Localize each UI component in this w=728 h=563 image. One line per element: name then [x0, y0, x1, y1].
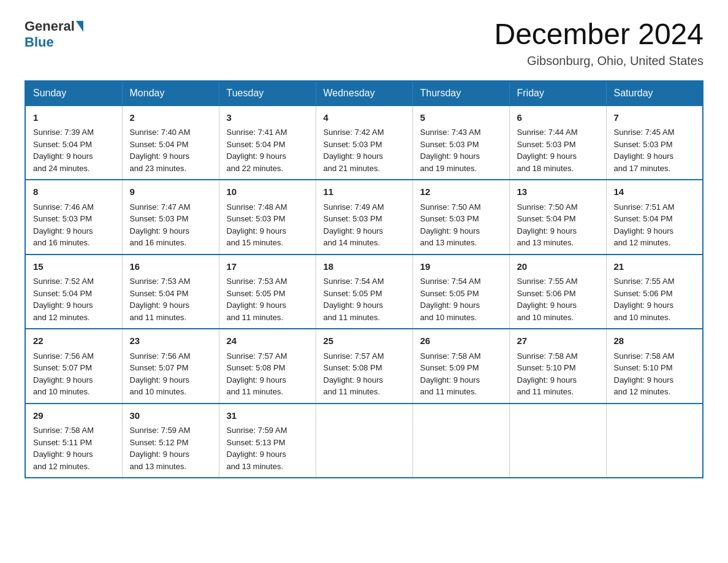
daylight-minutes: and 17 minutes. — [614, 163, 696, 175]
sunrise-info: Sunrise: 7:53 AM — [130, 275, 211, 288]
calendar-cell: 4 Sunrise: 7:42 AM Sunset: 5:03 PM Dayli… — [316, 105, 412, 180]
day-number: 13 — [517, 185, 599, 199]
sunset-info: Sunset: 5:07 PM — [33, 362, 115, 374]
sunset-info: Sunset: 5:04 PM — [130, 288, 211, 300]
daylight-info: Daylight: 9 hours — [324, 150, 405, 163]
daylight-minutes: and 12 minutes. — [33, 312, 115, 324]
sunrise-info: Sunrise: 7:40 AM — [130, 126, 211, 139]
calendar-week-row: 8 Sunrise: 7:46 AM Sunset: 5:03 PM Dayli… — [25, 180, 703, 255]
page-title: December 2024 — [494, 18, 703, 51]
daylight-info: Daylight: 9 hours — [517, 299, 599, 312]
day-number: 16 — [130, 260, 211, 274]
daylight-minutes: and 11 minutes. — [130, 312, 211, 324]
sunrise-info: Sunrise: 7:58 AM — [33, 424, 115, 437]
daylight-info: Daylight: 9 hours — [130, 150, 211, 163]
sunset-info: Sunset: 5:07 PM — [130, 362, 211, 374]
sunrise-info: Sunrise: 7:49 AM — [324, 201, 405, 213]
day-number: 11 — [324, 185, 405, 199]
daylight-info: Daylight: 9 hours — [227, 299, 308, 312]
daylight-minutes: and 14 minutes. — [324, 237, 405, 249]
day-number: 19 — [420, 260, 502, 274]
sunset-info: Sunset: 5:04 PM — [33, 139, 115, 151]
sunset-info: Sunset: 5:03 PM — [324, 213, 405, 225]
daylight-minutes: and 11 minutes. — [420, 386, 502, 398]
daylight-minutes: and 13 minutes. — [227, 461, 308, 473]
daylight-info: Daylight: 9 hours — [614, 374, 696, 386]
sunrise-info: Sunrise: 7:56 AM — [130, 350, 211, 362]
calendar-cell: 14 Sunrise: 7:51 AM Sunset: 5:04 PM Dayl… — [606, 180, 703, 255]
day-number: 15 — [33, 260, 115, 274]
sunrise-info: Sunrise: 7:55 AM — [517, 275, 599, 288]
sunrise-info: Sunrise: 7:42 AM — [324, 126, 405, 139]
daylight-minutes: and 12 minutes. — [614, 386, 696, 398]
calendar-cell: 16 Sunrise: 7:53 AM Sunset: 5:04 PM Dayl… — [122, 255, 219, 329]
sunrise-info: Sunrise: 7:59 AM — [227, 424, 308, 437]
sunrise-info: Sunrise: 7:59 AM — [130, 424, 211, 437]
calendar-cell: 3 Sunrise: 7:41 AM Sunset: 5:04 PM Dayli… — [219, 105, 316, 180]
day-number: 17 — [227, 260, 308, 274]
header-thursday: Thursday — [412, 81, 509, 105]
calendar-cell: 21 Sunrise: 7:55 AM Sunset: 5:06 PM Dayl… — [606, 255, 703, 329]
sunrise-info: Sunrise: 7:57 AM — [227, 350, 308, 362]
day-number: 5 — [420, 111, 502, 125]
daylight-info: Daylight: 9 hours — [130, 448, 211, 461]
calendar-cell: 6 Sunrise: 7:44 AM Sunset: 5:03 PM Dayli… — [509, 105, 606, 180]
sunrise-info: Sunrise: 7:57 AM — [324, 350, 405, 362]
calendar-cell: 25 Sunrise: 7:57 AM Sunset: 5:08 PM Dayl… — [316, 329, 412, 404]
calendar-cell: 24 Sunrise: 7:57 AM Sunset: 5:08 PM Dayl… — [219, 329, 316, 404]
sunset-info: Sunset: 5:06 PM — [614, 288, 696, 300]
sunrise-info: Sunrise: 7:53 AM — [227, 275, 308, 288]
sunrise-info: Sunrise: 7:58 AM — [614, 350, 696, 362]
sunset-info: Sunset: 5:03 PM — [614, 139, 696, 151]
day-number: 21 — [614, 260, 696, 274]
sunrise-info: Sunrise: 7:50 AM — [420, 201, 502, 213]
sunrise-info: Sunrise: 7:51 AM — [614, 201, 696, 213]
calendar-cell: 2 Sunrise: 7:40 AM Sunset: 5:04 PM Dayli… — [122, 105, 219, 180]
sunset-info: Sunset: 5:10 PM — [614, 362, 696, 374]
sunset-info: Sunset: 5:04 PM — [33, 288, 115, 300]
calendar-cell: 5 Sunrise: 7:43 AM Sunset: 5:03 PM Dayli… — [412, 105, 509, 180]
daylight-minutes: and 11 minutes. — [517, 386, 599, 398]
calendar-cell — [412, 404, 509, 478]
logo-triangle-icon — [76, 21, 83, 32]
page-subtitle: Gibsonburg, Ohio, United States — [494, 54, 703, 68]
header-monday: Monday — [122, 81, 219, 105]
daylight-minutes: and 10 minutes. — [33, 386, 115, 398]
sunset-info: Sunset: 5:12 PM — [130, 437, 211, 449]
daylight-minutes: and 16 minutes. — [130, 237, 211, 249]
daylight-minutes: and 18 minutes. — [517, 163, 599, 175]
daylight-minutes: and 11 minutes. — [324, 312, 405, 324]
calendar-cell — [606, 404, 703, 478]
sunset-info: Sunset: 5:05 PM — [324, 288, 405, 300]
daylight-info: Daylight: 9 hours — [420, 150, 502, 163]
calendar-cell: 15 Sunrise: 7:52 AM Sunset: 5:04 PM Dayl… — [25, 255, 122, 329]
calendar-cell: 22 Sunrise: 7:56 AM Sunset: 5:07 PM Dayl… — [25, 329, 122, 404]
daylight-info: Daylight: 9 hours — [227, 150, 308, 163]
daylight-minutes: and 12 minutes. — [614, 237, 696, 249]
calendar-cell: 9 Sunrise: 7:47 AM Sunset: 5:03 PM Dayli… — [122, 180, 219, 255]
daylight-minutes: and 11 minutes. — [227, 386, 308, 398]
daylight-info: Daylight: 9 hours — [324, 225, 405, 237]
header-sunday: Sunday — [25, 81, 122, 105]
sunset-info: Sunset: 5:03 PM — [324, 139, 405, 151]
daylight-info: Daylight: 9 hours — [130, 299, 211, 312]
daylight-minutes: and 21 minutes. — [324, 163, 405, 175]
day-number: 2 — [130, 111, 211, 125]
day-number: 4 — [324, 111, 405, 125]
sunrise-info: Sunrise: 7:45 AM — [614, 126, 696, 139]
daylight-minutes: and 11 minutes. — [227, 312, 308, 324]
calendar-cell — [316, 404, 412, 478]
daylight-minutes: and 15 minutes. — [227, 237, 308, 249]
day-number: 27 — [517, 334, 599, 348]
daylight-info: Daylight: 9 hours — [33, 150, 115, 163]
header: General Blue December 2024 Gibsonburg, O… — [25, 18, 703, 68]
sunset-info: Sunset: 5:05 PM — [420, 288, 502, 300]
sunrise-info: Sunrise: 7:56 AM — [33, 350, 115, 362]
day-number: 23 — [130, 334, 211, 348]
daylight-info: Daylight: 9 hours — [517, 225, 599, 237]
daylight-info: Daylight: 9 hours — [130, 374, 211, 386]
daylight-info: Daylight: 9 hours — [33, 299, 115, 312]
calendar-week-row: 1 Sunrise: 7:39 AM Sunset: 5:04 PM Dayli… — [25, 105, 703, 180]
day-number: 25 — [324, 334, 405, 348]
day-number: 3 — [227, 111, 308, 125]
